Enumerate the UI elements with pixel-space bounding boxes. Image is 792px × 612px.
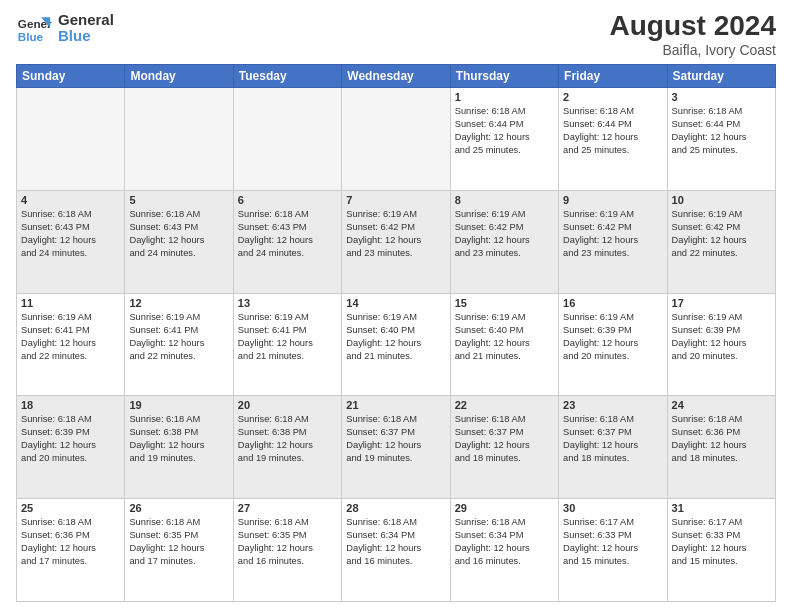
day-number: 2 [563,91,662,103]
day-number: 5 [129,194,228,206]
calendar-cell: 3Sunrise: 6:18 AM Sunset: 6:44 PM Daylig… [667,88,775,191]
day-info: Sunrise: 6:18 AM Sunset: 6:35 PM Dayligh… [238,516,337,568]
day-number: 15 [455,297,554,309]
calendar-cell: 24Sunrise: 6:18 AM Sunset: 6:36 PM Dayli… [667,396,775,499]
day-info: Sunrise: 6:18 AM Sunset: 6:38 PM Dayligh… [129,413,228,465]
day-number: 16 [563,297,662,309]
calendar-cell: 21Sunrise: 6:18 AM Sunset: 6:37 PM Dayli… [342,396,450,499]
day-info: Sunrise: 6:18 AM Sunset: 6:36 PM Dayligh… [672,413,771,465]
day-info: Sunrise: 6:19 AM Sunset: 6:41 PM Dayligh… [129,311,228,363]
day-number: 1 [455,91,554,103]
svg-text:Blue: Blue [18,30,44,43]
calendar-cell: 14Sunrise: 6:19 AM Sunset: 6:40 PM Dayli… [342,293,450,396]
day-info: Sunrise: 6:18 AM Sunset: 6:37 PM Dayligh… [563,413,662,465]
day-info: Sunrise: 6:18 AM Sunset: 6:39 PM Dayligh… [21,413,120,465]
calendar-cell [233,88,341,191]
calendar-cell: 22Sunrise: 6:18 AM Sunset: 6:37 PM Dayli… [450,396,558,499]
day-number: 21 [346,399,445,411]
calendar-cell: 20Sunrise: 6:18 AM Sunset: 6:38 PM Dayli… [233,396,341,499]
calendar-cell: 13Sunrise: 6:19 AM Sunset: 6:41 PM Dayli… [233,293,341,396]
day-info: Sunrise: 6:19 AM Sunset: 6:42 PM Dayligh… [455,208,554,260]
calendar-cell: 19Sunrise: 6:18 AM Sunset: 6:38 PM Dayli… [125,396,233,499]
day-number: 17 [672,297,771,309]
calendar-cell: 7Sunrise: 6:19 AM Sunset: 6:42 PM Daylig… [342,190,450,293]
day-info: Sunrise: 6:19 AM Sunset: 6:40 PM Dayligh… [455,311,554,363]
day-number: 6 [238,194,337,206]
logo: General Blue General Blue [16,10,114,46]
logo-general: General [58,12,114,29]
day-info: Sunrise: 6:18 AM Sunset: 6:44 PM Dayligh… [455,105,554,157]
day-info: Sunrise: 6:18 AM Sunset: 6:44 PM Dayligh… [563,105,662,157]
month-year: August 2024 [610,10,777,42]
calendar-cell: 4Sunrise: 6:18 AM Sunset: 6:43 PM Daylig… [17,190,125,293]
day-number: 11 [21,297,120,309]
day-number: 30 [563,502,662,514]
calendar-cell [342,88,450,191]
day-info: Sunrise: 6:18 AM Sunset: 6:34 PM Dayligh… [455,516,554,568]
calendar-week-row: 25Sunrise: 6:18 AM Sunset: 6:36 PM Dayli… [17,499,776,602]
day-info: Sunrise: 6:18 AM Sunset: 6:43 PM Dayligh… [129,208,228,260]
day-info: Sunrise: 6:18 AM Sunset: 6:36 PM Dayligh… [21,516,120,568]
calendar-week-row: 11Sunrise: 6:19 AM Sunset: 6:41 PM Dayli… [17,293,776,396]
day-number: 31 [672,502,771,514]
calendar-cell: 1Sunrise: 6:18 AM Sunset: 6:44 PM Daylig… [450,88,558,191]
calendar-cell: 11Sunrise: 6:19 AM Sunset: 6:41 PM Dayli… [17,293,125,396]
calendar-cell: 6Sunrise: 6:18 AM Sunset: 6:43 PM Daylig… [233,190,341,293]
day-number: 25 [21,502,120,514]
day-header-thursday: Thursday [450,65,558,88]
day-info: Sunrise: 6:19 AM Sunset: 6:42 PM Dayligh… [346,208,445,260]
calendar-week-row: 4Sunrise: 6:18 AM Sunset: 6:43 PM Daylig… [17,190,776,293]
day-info: Sunrise: 6:18 AM Sunset: 6:34 PM Dayligh… [346,516,445,568]
day-info: Sunrise: 6:17 AM Sunset: 6:33 PM Dayligh… [672,516,771,568]
day-number: 27 [238,502,337,514]
calendar-header-row: SundayMondayTuesdayWednesdayThursdayFrid… [17,65,776,88]
day-info: Sunrise: 6:19 AM Sunset: 6:41 PM Dayligh… [238,311,337,363]
day-info: Sunrise: 6:18 AM Sunset: 6:43 PM Dayligh… [21,208,120,260]
calendar-cell [17,88,125,191]
page: General Blue General Blue August 2024 Ba… [0,0,792,612]
day-header-saturday: Saturday [667,65,775,88]
day-header-wednesday: Wednesday [342,65,450,88]
day-header-tuesday: Tuesday [233,65,341,88]
calendar-cell: 25Sunrise: 6:18 AM Sunset: 6:36 PM Dayli… [17,499,125,602]
logo-icon: General Blue [16,10,52,46]
day-number: 4 [21,194,120,206]
calendar-cell: 15Sunrise: 6:19 AM Sunset: 6:40 PM Dayli… [450,293,558,396]
day-number: 3 [672,91,771,103]
calendar-cell: 28Sunrise: 6:18 AM Sunset: 6:34 PM Dayli… [342,499,450,602]
day-number: 23 [563,399,662,411]
day-number: 10 [672,194,771,206]
day-info: Sunrise: 6:19 AM Sunset: 6:40 PM Dayligh… [346,311,445,363]
day-number: 19 [129,399,228,411]
calendar-cell: 27Sunrise: 6:18 AM Sunset: 6:35 PM Dayli… [233,499,341,602]
day-header-sunday: Sunday [17,65,125,88]
calendar-cell: 16Sunrise: 6:19 AM Sunset: 6:39 PM Dayli… [559,293,667,396]
day-info: Sunrise: 6:19 AM Sunset: 6:42 PM Dayligh… [672,208,771,260]
day-info: Sunrise: 6:19 AM Sunset: 6:41 PM Dayligh… [21,311,120,363]
location: Baifla, Ivory Coast [610,42,777,58]
day-number: 26 [129,502,228,514]
calendar-cell: 18Sunrise: 6:18 AM Sunset: 6:39 PM Dayli… [17,396,125,499]
day-number: 18 [21,399,120,411]
calendar-week-row: 1Sunrise: 6:18 AM Sunset: 6:44 PM Daylig… [17,88,776,191]
day-number: 9 [563,194,662,206]
day-info: Sunrise: 6:18 AM Sunset: 6:43 PM Dayligh… [238,208,337,260]
calendar-cell: 17Sunrise: 6:19 AM Sunset: 6:39 PM Dayli… [667,293,775,396]
day-info: Sunrise: 6:19 AM Sunset: 6:42 PM Dayligh… [563,208,662,260]
day-header-friday: Friday [559,65,667,88]
day-header-monday: Monday [125,65,233,88]
day-number: 8 [455,194,554,206]
calendar-table: SundayMondayTuesdayWednesdayThursdayFrid… [16,64,776,602]
day-number: 22 [455,399,554,411]
day-number: 13 [238,297,337,309]
day-number: 24 [672,399,771,411]
calendar-cell [125,88,233,191]
calendar-cell: 31Sunrise: 6:17 AM Sunset: 6:33 PM Dayli… [667,499,775,602]
calendar-week-row: 18Sunrise: 6:18 AM Sunset: 6:39 PM Dayli… [17,396,776,499]
calendar-cell: 9Sunrise: 6:19 AM Sunset: 6:42 PM Daylig… [559,190,667,293]
calendar-cell: 12Sunrise: 6:19 AM Sunset: 6:41 PM Dayli… [125,293,233,396]
title-block: August 2024 Baifla, Ivory Coast [610,10,777,58]
calendar-cell: 26Sunrise: 6:18 AM Sunset: 6:35 PM Dayli… [125,499,233,602]
day-number: 28 [346,502,445,514]
calendar-cell: 23Sunrise: 6:18 AM Sunset: 6:37 PM Dayli… [559,396,667,499]
